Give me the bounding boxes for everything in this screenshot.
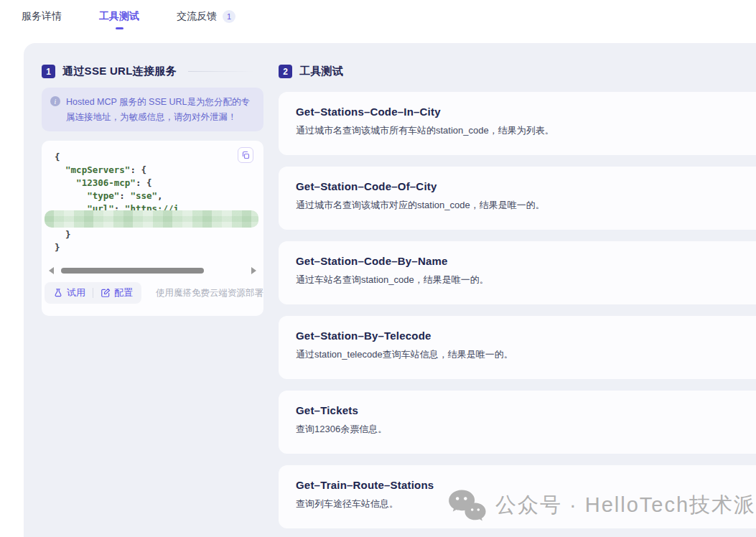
step-2-badge: 2 [279,65,292,78]
tab-feedback[interactable]: 交流反馈 1 [177,10,235,23]
deploy-hint-link[interactable]: 使用魔搭免费云端资源部署 [156,287,263,299]
tool-description: 查询列车途径车站信息。 [296,498,756,510]
tool-name: Get–Station–By–Telecode [296,330,756,342]
scroll-right-arrow-icon[interactable] [251,267,256,274]
try-button-label: 试用 [67,286,85,299]
alert-text: Hosted MCP 服务的 SSE URL是为您分配的专属连接地址，为敏感信息… [66,95,255,124]
config-button-label: 配置 [114,286,133,299]
tool-description: 通过城市名查询该城市所有车站的station_code，结果为列表。 [296,124,756,137]
tab-bar: 服务详情 工具测试 交流反馈 1 [0,0,756,43]
tab-service-details[interactable]: 服务详情 [22,10,62,23]
redacted-url-mosaic [45,210,258,228]
code-footer: 试用 配置 使用魔搭免费云端资源部署 [45,280,259,306]
tools-section-header: 2 工具测试 [279,65,343,78]
scrollbar-thumb[interactable] [61,268,204,274]
button-divider [93,288,93,298]
feedback-count-badge: 1 [223,10,235,23]
tool-card[interactable]: Get–Stations–Code–In–City通过城市名查询该城市所有车站的… [279,92,756,155]
edit-icon [101,288,111,298]
action-button-group: 试用 配置 [45,282,141,304]
copy-icon [241,151,250,159]
try-button[interactable]: 试用 [53,286,85,299]
active-tab-indicator [116,27,123,29]
flask-icon [53,288,63,298]
tool-card[interactable]: Get–Station–By–Telecode通过station_telecod… [279,316,756,379]
tool-name: Get–Station–Code–By–Name [296,255,756,267]
mcp-config-json[interactable]: { "mcpServers": { "12306-mcp": { "type":… [55,151,256,254]
tool-name: Get–Station–Code–Of–City [296,180,756,192]
sse-section-header: 1 通过SSE URL连接服务 [42,65,254,78]
mcp-config-code-card: { "mcpServers": { "12306-mcp": { "type":… [42,141,263,316]
tools-section-title: 工具测试 [299,65,343,78]
tool-name: Get–Stations–Code–In–City [296,106,756,118]
tool-description: 通过城市名查询该城市对应的station_code，结果是唯一的。 [296,199,756,212]
sse-section-title: 通过SSE URL连接服务 [62,65,177,78]
tab-label: 交流反馈 [177,10,217,23]
page: 服务详情 工具测试 交流反馈 1 1 通过SSE URL连接服务 i Hoste… [0,0,756,537]
tool-name: Get–Train–Route–Stations [296,479,756,491]
copy-button[interactable] [238,147,253,163]
tool-name: Get–Tickets [296,404,756,416]
scroll-left-arrow-icon[interactable] [49,267,54,274]
step-1-badge: 1 [42,65,55,78]
tab-label: 服务详情 [22,10,62,23]
tool-card[interactable]: Get–Train–Route–Stations查询列车途径车站信息。 [279,465,756,528]
tab-label: 工具测试 [99,10,139,23]
sse-url-alert: i Hosted MCP 服务的 SSE URL是为您分配的专属连接地址，为敏感… [42,88,263,131]
tool-description: 通过station_telecode查询车站信息，结果是唯一的。 [296,348,756,361]
tab-tool-test[interactable]: 工具测试 [99,10,139,29]
main-panel: 1 通过SSE URL连接服务 i Hosted MCP 服务的 SSE URL… [24,43,756,537]
horizontal-scrollbar [49,266,256,276]
header-divider-line [188,71,254,72]
config-button[interactable]: 配置 [101,286,133,299]
tool-description: 通过车站名查询station_code，结果是唯一的。 [296,274,756,286]
info-icon: i [50,96,60,106]
tool-description: 查询12306余票信息。 [296,423,756,436]
scrollbar-track[interactable] [61,268,244,274]
tool-card[interactable]: Get–Tickets查询12306余票信息。 [279,391,756,454]
tool-card[interactable]: Get–Station–Code–Of–City通过城市名查询该城市对应的sta… [279,167,756,230]
tool-card[interactable]: Get–Station–Code–By–Name通过车站名查询station_c… [279,241,756,304]
tool-list: Get–Stations–Code–In–City通过城市名查询该城市所有车站的… [279,92,756,537]
